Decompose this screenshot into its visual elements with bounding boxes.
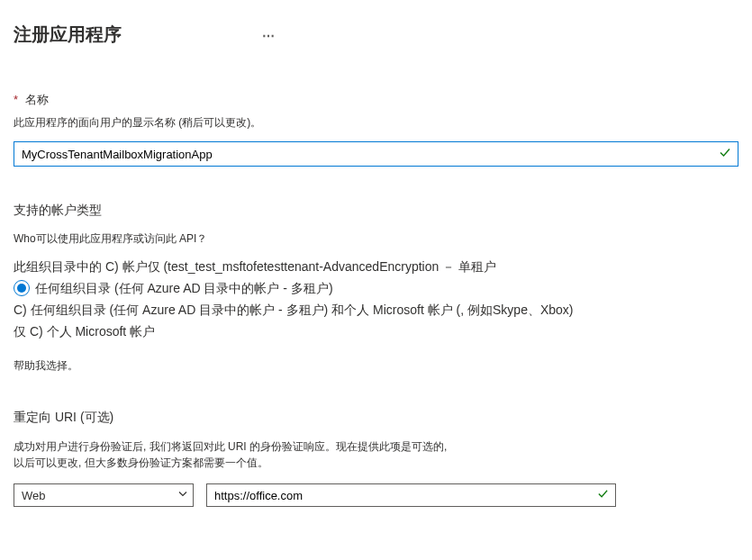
app-name-input[interactable]: [14, 141, 738, 167]
account-option-multi-tenant-personal[interactable]: C) 任何组织目录 (任何 Azure AD 目录中的帐户 - 多租户) 和个人…: [14, 299, 738, 321]
help-me-choose-link[interactable]: 帮助我选择。: [14, 358, 738, 374]
name-field-description: 此应用程序的面向用户的显示名称 (稍后可以更改)。: [14, 115, 738, 131]
redirect-uri-description: 成功对用户进行身份验证后, 我们将返回对此 URI 的身份验证响应。现在提供此项…: [14, 438, 738, 471]
redirect-uri-input[interactable]: [206, 483, 616, 507]
required-asterisk-icon: *: [14, 93, 18, 106]
platform-select-box: Web: [14, 483, 194, 507]
more-menu-icon[interactable]: ⋯: [262, 29, 275, 43]
account-option-single-tenant[interactable]: 此组织目录中的 C) 帐户仅 (test_test_msftofetestten…: [14, 256, 738, 277]
page-title: 注册应用程序 ⋯: [14, 23, 738, 47]
account-option-3-label: 仅 C) 个人 Microsoft 帐户: [14, 321, 155, 342]
redirect-uri-title: 重定向 URI (可选): [14, 410, 738, 426]
redirect-desc-line1: 成功对用户进行身份验证后, 我们将返回对此 URI 的身份验证响应。现在提供此项…: [14, 440, 447, 453]
name-input-wrapper: [14, 141, 738, 167]
redirect-uri-input-wrapper: [206, 483, 616, 507]
redirect-desc-line2: 以后可以更改, 但大多数身份验证方案都需要一个值。: [14, 456, 268, 469]
name-field-label: * 名称: [14, 92, 738, 108]
account-option-2-label: C) 任何组织目录 (任何 Azure AD 目录中的帐户 - 多租户) 和个人…: [14, 299, 574, 321]
account-option-0-label: 此组织目录中的 C) 帐户仅 (test_test_msftofetestten…: [14, 256, 496, 277]
platform-select[interactable]: Web: [14, 483, 194, 507]
account-option-personal-only[interactable]: 仅 C) 个人 Microsoft 帐户: [14, 321, 738, 342]
redirect-uri-row: Web: [14, 483, 738, 507]
radio-icon: [14, 280, 30, 296]
account-types-radio-group: 此组织目录中的 C) 帐户仅 (test_test_msftofetestten…: [14, 256, 738, 342]
account-option-1-label: 任何组织目录 (任何 Azure AD 目录中的帐户 - 多租户): [35, 277, 333, 299]
account-option-multi-tenant[interactable]: 任何组织目录 (任何 Azure AD 目录中的帐户 - 多租户): [14, 277, 738, 299]
platform-selected-value: Web: [22, 489, 46, 502]
page-title-text: 注册应用程序: [14, 24, 122, 44]
account-types-title: 支持的帐户类型: [14, 203, 738, 219]
name-label-text: 名称: [25, 93, 49, 106]
account-types-question: Who可以使用此应用程序或访问此 API？: [14, 231, 738, 247]
